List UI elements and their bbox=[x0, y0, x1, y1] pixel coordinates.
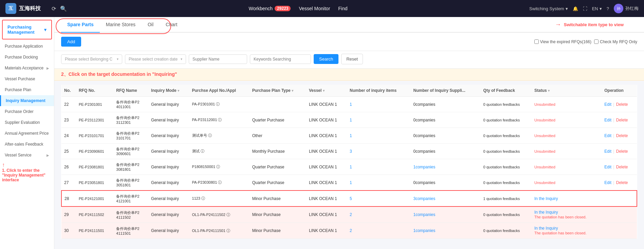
cell-plan-type bbox=[250, 97, 306, 112]
cell-num-suppliers[interactable]: 1companies bbox=[411, 159, 481, 175]
cell-rfq-name: 备件询价单P2 4111501 bbox=[113, 223, 148, 239]
switching-system-item[interactable]: Switching System ▾ bbox=[529, 6, 568, 11]
col-plan-type[interactable]: Purchase Plan Type ▾ bbox=[250, 85, 306, 97]
op-separator: | bbox=[612, 133, 615, 138]
sidebar-item-vessel-purchase[interactable]: Vessel Purchase bbox=[0, 73, 54, 84]
delete-link[interactable]: Delete bbox=[616, 149, 628, 154]
col-inquiry-mode[interactable]: Inquiry Mode ▾ bbox=[148, 85, 189, 97]
sidebar-item-vessel-service[interactable]: Vessel Service ▶ bbox=[0, 150, 54, 161]
sidebar-purchasing-management[interactable]: Purchasing Management ▾ bbox=[2, 20, 52, 39]
cell-num-suppliers[interactable]: 3companies bbox=[411, 190, 481, 206]
cell-rfq-no: PE-P23090601 bbox=[76, 144, 113, 159]
add-button[interactable]: Add bbox=[61, 37, 81, 47]
cell-inquiry-mode: General Inquiry bbox=[148, 206, 189, 223]
cell-no: 23 bbox=[61, 112, 76, 128]
creation-date-filter[interactable]: Please select creation date ▾ bbox=[125, 54, 186, 64]
workbench-nav-item[interactable]: Workbench 29223 bbox=[249, 6, 291, 11]
user-name: 孙红梅 bbox=[625, 5, 639, 12]
checkbox-expired-rfqs[interactable]: View the expired RFQs(166) bbox=[534, 39, 591, 44]
table-container: No. RFQ No. RFQ Name Inquiry Mode ▾ Purc… bbox=[54, 85, 644, 246]
belonging-filter[interactable]: Please select Belonging C ▾ bbox=[61, 54, 122, 64]
edit-link[interactable]: Edit bbox=[604, 102, 611, 107]
edit-link[interactable]: Edit bbox=[604, 118, 611, 122]
cell-rfq-name: 备件询价单P2 4111502 bbox=[113, 206, 148, 223]
sidebar-annotation: ↑ 1. Click to enter the "Inquiry Managem… bbox=[0, 161, 54, 185]
cell-vessel: LINK OCEAN 1 bbox=[306, 97, 347, 112]
table-row: 25 PE-P23090601 备件询价单P2 3090601 General … bbox=[61, 144, 637, 159]
content-area: Spare Parts Marine Stores Oil Chart → Sw… bbox=[54, 17, 644, 249]
search-icon[interactable]: 🔍 bbox=[60, 5, 67, 12]
cell-operation: Edit | Delete bbox=[602, 175, 637, 191]
edit-link[interactable]: Edit bbox=[604, 133, 611, 138]
cell-num-suppliers[interactable]: 1companies bbox=[411, 206, 481, 223]
cell-rfq-no: PE-P23112301 bbox=[76, 112, 113, 128]
col-status[interactable]: Status ▾ bbox=[532, 85, 602, 97]
fullscreen-icon[interactable]: ⛶ bbox=[583, 6, 587, 11]
cell-rfq-no: PE-P23101701 bbox=[76, 128, 113, 144]
sidebar-item-supplier-evaluation[interactable]: Supplier Evaluation bbox=[0, 117, 54, 128]
delete-link[interactable]: Delete bbox=[616, 180, 628, 185]
tab-marine-stores[interactable]: Marine Stores bbox=[100, 17, 142, 33]
tab-oil[interactable]: Oil bbox=[142, 17, 160, 33]
col-appl-no: Purchse Appl No./Appl bbox=[189, 85, 250, 97]
language-selector[interactable]: EN ▾ bbox=[592, 6, 602, 11]
cell-inquiry-mode: General Inquiry bbox=[148, 128, 189, 144]
col-vessel[interactable]: Vessel ▾ bbox=[306, 85, 347, 97]
cell-appl-no: 测试单号 ⓘ bbox=[189, 128, 250, 144]
delete-link[interactable]: Delete bbox=[616, 118, 628, 122]
op-separator: | bbox=[612, 118, 615, 122]
user-area[interactable]: 孙 孙红梅 bbox=[614, 4, 639, 13]
history-icon[interactable]: ⟳ bbox=[52, 5, 56, 12]
cell-status: Unsubmitted bbox=[532, 97, 602, 112]
help-icon[interactable]: ? bbox=[607, 6, 609, 11]
toolbar: Add View the expired RFQs(166) Check My … bbox=[54, 33, 644, 51]
cell-rfq-no: PE-P24111501 bbox=[76, 223, 113, 239]
search-button[interactable]: Search bbox=[314, 54, 338, 64]
delete-link[interactable]: Delete bbox=[616, 102, 628, 107]
tab-chart[interactable]: Chart bbox=[160, 17, 183, 33]
cell-plan-type: Other bbox=[250, 128, 306, 144]
nav-center: Workbench 29223 Vessel Monitor Find bbox=[72, 6, 524, 11]
cell-vessel: LINK OCEAN 1 bbox=[306, 112, 347, 128]
sidebar-item-annual-agreement-price[interactable]: Annual Agreement Price bbox=[0, 128, 54, 139]
find-nav-item[interactable]: Find bbox=[338, 6, 347, 11]
cell-inquiry-mode: General Inquiry bbox=[148, 159, 189, 175]
cell-inquiry-mode: General Inquiry bbox=[148, 175, 189, 191]
edit-link[interactable]: Edit bbox=[604, 149, 611, 154]
col-rfq-name: RFQ Name bbox=[113, 85, 148, 97]
my-rfq-checkbox[interactable] bbox=[594, 39, 599, 44]
sidebar-item-purchase-application[interactable]: Purchase Application bbox=[0, 41, 54, 52]
sidebar-item-inquiry-management[interactable]: Inquiry Management bbox=[0, 95, 54, 106]
delete-link[interactable]: Delete bbox=[616, 133, 628, 138]
cell-rfq-no: PE-P23081801 bbox=[76, 159, 113, 175]
edit-link[interactable]: Edit bbox=[604, 165, 611, 169]
checkbox-my-rfq[interactable]: Check My RFQ Only bbox=[594, 39, 637, 44]
vessel-monitor-nav-item[interactable]: Vessel Monitor bbox=[299, 6, 330, 11]
cell-plan-type: Minor Purchase bbox=[250, 223, 306, 239]
supplier-name-input[interactable] bbox=[189, 54, 247, 64]
sidebar-item-materials-acceptance[interactable]: Materials Acceptance ▶ bbox=[0, 63, 54, 73]
notification-icon[interactable]: 🔔 bbox=[573, 6, 578, 11]
cell-qty-feedback: 1 quotation feedbacks bbox=[481, 190, 532, 206]
edit-link[interactable]: Edit bbox=[604, 180, 611, 185]
cell-status: In the Inquiry bbox=[532, 190, 602, 206]
sidebar-item-purchase-docking[interactable]: Purchase Docking bbox=[0, 52, 54, 63]
cell-vessel: LINK OCEAN 1 bbox=[306, 159, 347, 175]
cell-num-suppliers[interactable]: 1companies bbox=[411, 223, 481, 239]
cell-inquiry-mode: General Inquiry bbox=[148, 112, 189, 128]
sidebar-item-purchase-plan[interactable]: Purchase Plan bbox=[0, 84, 54, 95]
reset-button[interactable]: Reset bbox=[341, 54, 363, 64]
nav-right: Switching System ▾ 🔔 ⛶ EN ▾ ? 孙 孙红梅 bbox=[529, 4, 639, 13]
cell-qty-feedback: 0 quotation feedbacks bbox=[481, 97, 532, 112]
cell-num-suppliers: 0companies bbox=[411, 175, 481, 191]
cell-status: Unsubmitted bbox=[532, 112, 602, 128]
expired-rfqs-checkbox[interactable] bbox=[534, 39, 539, 44]
sidebar-item-purchase-order[interactable]: Purchase Order bbox=[0, 106, 54, 117]
table-row[interactable]: 28 PE-P24121001 备件询价单P2 4121001 General … bbox=[61, 190, 637, 206]
keywords-search-input[interactable] bbox=[250, 54, 311, 64]
col-operation: Operation bbox=[602, 85, 637, 97]
delete-link[interactable]: Delete bbox=[616, 165, 628, 169]
cell-appl-no: 测试 ⓘ bbox=[189, 144, 250, 159]
tab-spare-parts[interactable]: Spare Parts bbox=[61, 17, 100, 33]
sidebar-item-after-sales-feedback[interactable]: After-sales Feedback bbox=[0, 139, 54, 150]
